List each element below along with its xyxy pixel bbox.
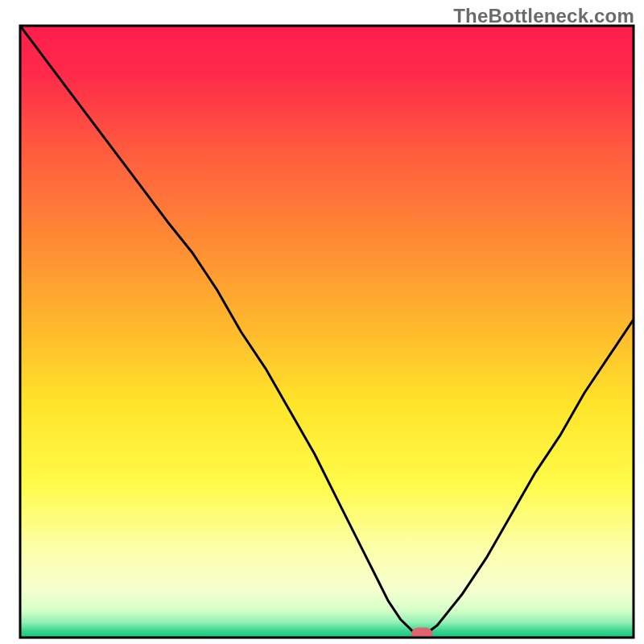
gradient-background bbox=[20, 26, 634, 638]
watermark-label: TheBottleneck.com bbox=[453, 5, 634, 27]
optimum-marker bbox=[411, 627, 433, 641]
bottleneck-gradient-chart: TheBottleneck.com bbox=[0, 0, 644, 644]
chart-svg bbox=[0, 0, 644, 644]
